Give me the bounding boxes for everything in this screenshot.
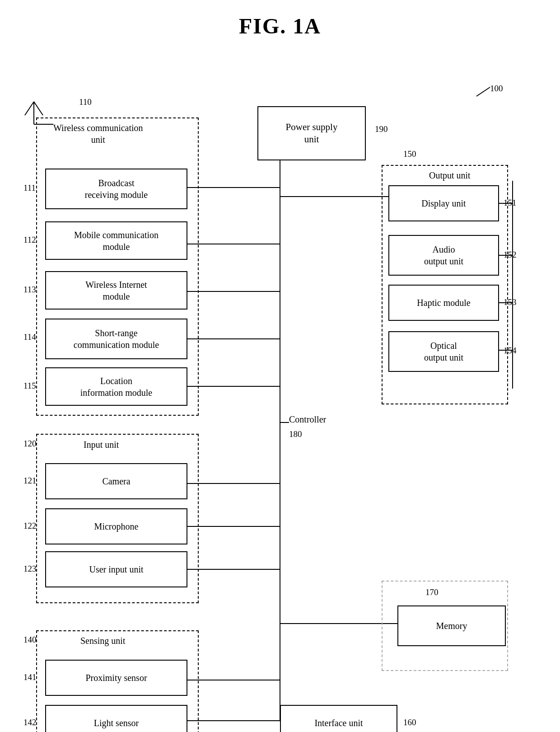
ref-121: 121	[23, 476, 37, 486]
ref-110: 110	[79, 97, 92, 107]
ref-100: 100	[490, 84, 503, 94]
ref-153: 153	[504, 297, 517, 307]
ref-115: 115	[23, 381, 36, 391]
user-input-box: User input unit	[45, 551, 187, 587]
wireless-internet-box: Wireless Internet module	[45, 271, 187, 310]
svg-line-21	[476, 87, 490, 96]
camera-box: Camera	[45, 463, 187, 499]
svg-line-2	[34, 102, 43, 115]
ref-111: 111	[23, 183, 36, 193]
ref-113: 113	[23, 285, 36, 295]
interface-unit-box: Interface unit	[280, 705, 397, 732]
ref-142: 142	[23, 718, 37, 727]
ref-112: 112	[23, 235, 36, 245]
power-supply-unit-box: Power supply unit	[257, 106, 366, 160]
output-unit-label: Output unit	[429, 169, 471, 181]
location-info-box: Location information module	[45, 367, 187, 406]
ref-152: 152	[504, 250, 517, 260]
short-range-box: Short-range communication module	[45, 319, 187, 359]
haptic-module-box: Haptic module	[388, 285, 499, 321]
sensing-unit-label: Sensing unit	[80, 635, 125, 647]
ref-123: 123	[23, 564, 37, 574]
microphone-box: Microphone	[45, 508, 187, 544]
ref-151: 151	[504, 198, 517, 208]
input-unit-label: Input unit	[84, 439, 119, 450]
ref-114: 114	[23, 332, 36, 342]
controller-label: Controller	[289, 413, 326, 425]
light-sensor-box: Light sensor	[45, 705, 187, 732]
wireless-comm-label: Wireless communication unit	[53, 122, 143, 145]
proximity-sensor-box: Proximity sensor	[45, 660, 187, 696]
display-unit-box: Display unit	[388, 185, 499, 221]
ref-122: 122	[23, 521, 37, 531]
optical-output-box: Optical output unit	[388, 331, 499, 372]
audio-output-box: Audio output unit	[388, 235, 499, 276]
ref-150: 150	[403, 149, 416, 159]
page-title: FIG. 1A	[0, 0, 560, 47]
ref-190: 190	[375, 124, 388, 134]
ref-141: 141	[23, 672, 37, 682]
svg-line-1	[25, 102, 34, 115]
ref-140: 140	[23, 635, 37, 645]
ref-154: 154	[504, 346, 517, 356]
mobile-comm-box: Mobile communication module	[45, 221, 187, 260]
ref-160: 160	[403, 718, 416, 727]
ref-180: 180	[289, 429, 302, 439]
memory-region-box	[382, 581, 508, 671]
ref-120: 120	[23, 439, 37, 449]
broadcast-module-box: Broadcast receiving module	[45, 169, 187, 209]
